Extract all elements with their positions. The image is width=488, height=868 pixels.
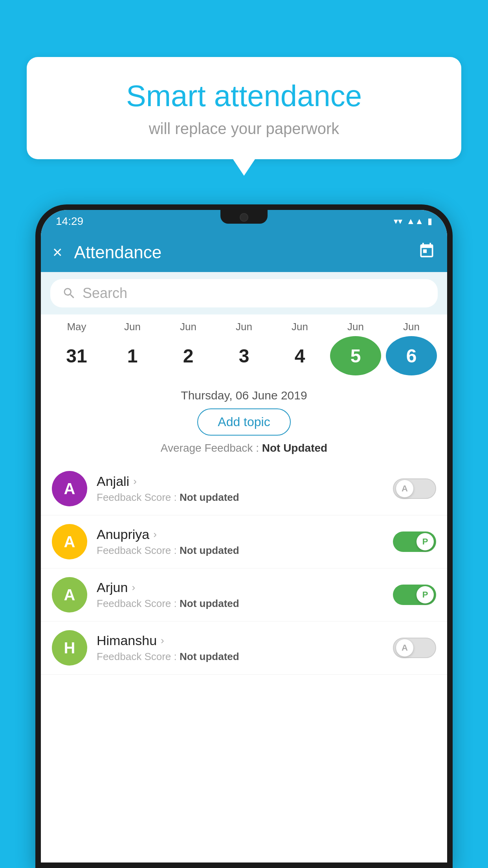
attendance-toggle-anjali[interactable]: A [393,478,436,499]
chevron-icon: › [161,634,164,647]
avatar-himanshu: H [52,630,87,666]
speech-bubble-container: Smart attendance will replace your paper… [27,57,461,159]
student-item-anupriya[interactable]: A Anupriya › Feedback Score : Not update… [41,515,447,568]
avg-feedback-value: Not Updated [262,442,327,454]
toggle-knob-himanshu: A [396,639,413,657]
date-6-selected[interactable]: 6 [386,336,437,375]
date-1[interactable]: 1 [107,336,158,375]
month-6: Jun [386,321,437,333]
toggle-knob-anupriya: P [416,533,434,550]
attendance-toggle-himanshu[interactable]: A [393,638,436,658]
battery-icon: ▮ [427,216,432,226]
chevron-icon: › [132,581,135,594]
feedback-value: Not updated [180,598,239,609]
phone-camera [240,213,248,222]
date-display: Thursday, 06 June 2019 [41,389,447,402]
feedback-score-himanshu: Feedback Score : Not updated [97,651,393,663]
student-name-arjun: Arjun › [97,580,393,595]
attendance-toggle-arjun[interactable]: P [393,585,436,605]
date-4[interactable]: 4 [274,336,325,375]
student-info-anjali: Anjali › Feedback Score : Not updated [97,474,393,504]
date-31[interactable]: 31 [51,336,102,375]
feedback-score-anupriya: Feedback Score : Not updated [97,544,393,557]
add-topic-button[interactable]: Add topic [197,408,290,436]
month-1: Jun [107,321,158,333]
month-2: Jun [163,321,214,333]
student-item-arjun[interactable]: A Arjun › Feedback Score : Not updated P [41,568,447,622]
calendar-months: May Jun Jun Jun Jun Jun Jun [49,321,439,333]
avg-feedback-label: Average Feedback : [161,442,262,454]
signal-icon: ▲▲ [406,216,424,226]
calendar-icon[interactable] [418,242,435,263]
bubble-subtitle: will replace your paperwork [50,120,438,138]
student-info-arjun: Arjun › Feedback Score : Not updated [97,580,393,610]
student-item-anjali[interactable]: A Anjali › Feedback Score : Not updated … [41,462,447,515]
student-item-himanshu[interactable]: H Himanshu › Feedback Score : Not update… [41,622,447,675]
wifi-icon: ▾▾ [394,216,402,226]
date-2[interactable]: 2 [163,336,214,375]
feedback-score-arjun: Feedback Score : Not updated [97,598,393,610]
close-button[interactable]: × [53,243,62,262]
student-name-anupriya: Anupriya › [97,527,393,542]
app-bar: × Attendance [41,233,447,272]
month-0: May [51,321,102,333]
date-5-today[interactable]: 5 [330,336,381,375]
phone-screen: 14:29 ▾▾ ▲▲ ▮ × Attendance Sear [41,210,447,862]
student-name-anjali: Anjali › [97,474,393,489]
month-5: Jun [330,321,381,333]
search-bar[interactable]: Search [50,279,438,307]
date-info: Thursday, 06 June 2019 Add topic Average… [41,382,447,462]
search-container: Search [41,272,447,314]
attendance-toggle-anupriya[interactable]: P [393,531,436,552]
status-time: 14:29 [56,215,83,228]
student-info-himanshu: Himanshu › Feedback Score : Not updated [97,633,393,663]
month-4: Jun [274,321,325,333]
student-name-himanshu: Himanshu › [97,633,393,648]
search-icon [62,286,76,300]
toggle-arjun[interactable]: P [393,585,436,605]
bubble-title: Smart attendance [50,79,438,113]
toggle-himanshu[interactable]: A [393,638,436,658]
phone-frame: 14:29 ▾▾ ▲▲ ▮ × Attendance Sear [35,204,453,868]
app-bar-title: Attendance [74,243,418,262]
feedback-value: Not updated [180,544,239,556]
student-list: A Anjali › Feedback Score : Not updated … [41,462,447,862]
toggle-anupriya[interactable]: P [393,531,436,552]
toggle-knob-arjun: P [416,586,434,603]
avatar-arjun: A [52,577,87,612]
search-placeholder: Search [83,285,127,302]
avatar-anjali: A [52,471,87,506]
chevron-icon: › [153,528,157,541]
status-icons: ▾▾ ▲▲ ▮ [394,216,432,226]
toggle-anjali[interactable]: A [393,478,436,499]
student-info-anupriya: Anupriya › Feedback Score : Not updated [97,527,393,557]
avg-feedback: Average Feedback : Not Updated [41,442,447,458]
toggle-knob-anjali: A [396,480,413,497]
calendar-dates: 31 1 2 3 4 5 6 [49,336,439,375]
chevron-icon: › [133,475,137,487]
feedback-value: Not updated [180,651,239,662]
feedback-score-anjali: Feedback Score : Not updated [97,491,393,504]
speech-bubble: Smart attendance will replace your paper… [27,57,461,159]
calendar-strip: May Jun Jun Jun Jun Jun Jun 31 1 2 3 4 5… [41,314,447,382]
feedback-value: Not updated [180,491,239,503]
date-3[interactable]: 3 [218,336,270,375]
avatar-anupriya: A [52,524,87,559]
month-3: Jun [218,321,270,333]
